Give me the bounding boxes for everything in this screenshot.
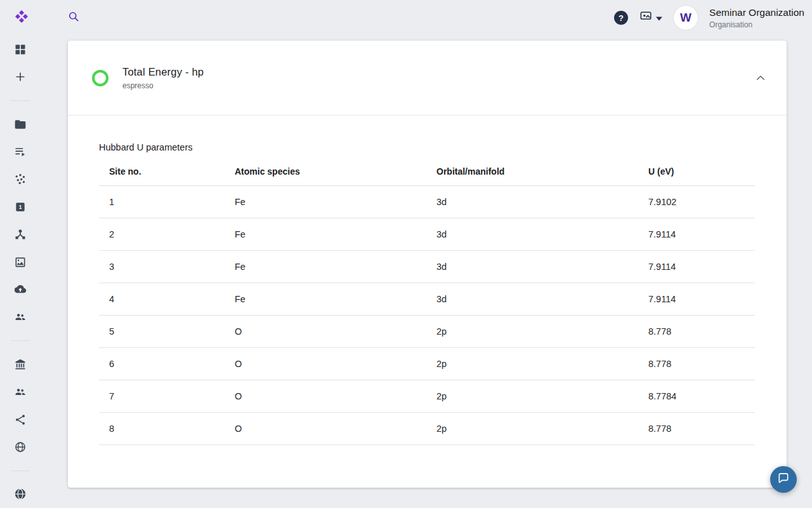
- status-ring-icon: [92, 70, 108, 86]
- table-cell: 6: [99, 348, 225, 380]
- table-cell: 7.9114: [638, 218, 755, 251]
- table-cell: O: [225, 316, 426, 348]
- table-cell: 3d: [426, 251, 638, 283]
- section-title: Hubbard U parameters: [99, 142, 755, 152]
- org-switcher[interactable]: Seminar Organization Organisation: [709, 7, 804, 29]
- table-cell: O: [225, 380, 426, 413]
- search-icon: [67, 10, 80, 25]
- sidebar-item-box-one[interactable]: 1: [6, 193, 34, 220]
- sidebar-item-hierarchy[interactable]: [6, 220, 34, 248]
- workflow-list-icon: [14, 145, 27, 158]
- sidebar-item-structures[interactable]: [6, 166, 34, 193]
- table-cell: 3: [99, 251, 225, 283]
- table-cell: O: [225, 348, 426, 380]
- chat-bubble-icon: [777, 472, 790, 487]
- table-cell: 2: [99, 218, 225, 251]
- table-cell: 2p: [426, 316, 638, 348]
- table-row: 7O2p8.7784: [99, 380, 755, 413]
- table-header: Site no. Atomic species Orbital/manifold…: [99, 161, 755, 186]
- sidebar-item-bottom[interactable]: [6, 481, 34, 508]
- table-cell: O: [225, 413, 426, 445]
- card-header[interactable]: Total Energy - hp espresso: [68, 41, 787, 116]
- column-header-orbital: Orbital/manifold: [426, 161, 638, 186]
- app-logo[interactable]: [14, 10, 29, 25]
- scatter-icon: [14, 173, 27, 185]
- table-cell: 8.778: [638, 413, 755, 445]
- avatar-letter: W: [680, 11, 691, 25]
- sidebar-item-workflows[interactable]: [6, 138, 34, 165]
- sidebar-item-members[interactable]: [6, 378, 34, 405]
- table-cell: Fe: [225, 283, 426, 316]
- card-body: Hubbard U parameters Site no. Atomic spe…: [68, 142, 787, 445]
- share-icon: [14, 413, 27, 426]
- table-cell: 2p: [426, 348, 638, 380]
- column-header-species: Atomic species: [225, 161, 426, 186]
- table-cell: 8.7784: [638, 380, 755, 413]
- table-row: 6O2p8.778: [99, 348, 755, 380]
- sidebar-divider: [11, 100, 30, 101]
- hierarchy-icon: [14, 228, 27, 241]
- group-icon: [13, 311, 27, 323]
- sidebar-item-share[interactable]: [6, 406, 34, 433]
- collapse-button[interactable]: [752, 70, 769, 86]
- help-icon: ?: [619, 13, 624, 23]
- table-cell: 7.9114: [638, 283, 755, 316]
- card-title: Total Energy - hp: [122, 66, 204, 78]
- search-button[interactable]: [65, 9, 82, 27]
- table-row: 8O2p8.778: [99, 413, 755, 445]
- logo-icon: [14, 9, 29, 27]
- column-header-u: U (eV): [638, 161, 755, 186]
- table-cell: 8.778: [638, 316, 755, 348]
- card-subtitle: espresso: [122, 81, 204, 90]
- table-cell: 8.778: [638, 348, 755, 380]
- table-header-row: Site no. Atomic species Orbital/manifold…: [99, 161, 755, 186]
- table-row: 4Fe3d7.9114: [99, 283, 755, 316]
- cloud-upload-icon: [13, 283, 27, 296]
- card-title-block: Total Energy - hp espresso: [122, 66, 204, 90]
- sidebar-divider: [11, 340, 30, 341]
- table-cell: 3d: [426, 218, 638, 251]
- dashboard-icon: [14, 43, 27, 56]
- table-cell: 3d: [426, 186, 638, 218]
- box-one-icon: 1: [14, 201, 27, 213]
- chevron-down-icon: [656, 12, 662, 23]
- avatar[interactable]: W: [674, 6, 698, 30]
- table-row: 1Fe3d7.9102: [99, 186, 755, 218]
- sidebar-item-files[interactable]: [6, 110, 34, 138]
- sidebar-item-team[interactable]: [6, 304, 34, 331]
- sidebar-item-cloud[interactable]: [6, 276, 34, 303]
- chevron-up-icon: [756, 72, 766, 84]
- sidebar-item-organization[interactable]: [6, 351, 34, 378]
- table-cell: Fe: [225, 186, 426, 218]
- table-cell: 8: [99, 413, 225, 445]
- topbar-right: ? W Seminar Organization Organisation: [614, 6, 812, 30]
- table-cell: 4: [99, 283, 225, 316]
- table-row: 3Fe3d7.9114: [99, 251, 755, 283]
- org-name: Seminar Organization: [709, 7, 804, 18]
- sidebar-item-media[interactable]: [6, 248, 34, 276]
- table-cell: 7.9114: [638, 251, 755, 283]
- hubbard-table: Site no. Atomic species Orbital/manifold…: [99, 161, 755, 445]
- image-icon: [14, 256, 27, 269]
- globe-icon: [13, 487, 27, 501]
- chat-launcher-button[interactable]: [770, 466, 797, 493]
- folder-icon: [14, 118, 27, 131]
- sidebar-item-add[interactable]: [6, 63, 34, 90]
- sidebar-divider: [11, 471, 30, 471]
- sidebar-item-dashboard[interactable]: [6, 36, 34, 63]
- workspace-menu-button[interactable]: [639, 10, 662, 25]
- sidebar: 1: [0, 36, 41, 508]
- table-row: 2Fe3d7.9114: [99, 218, 755, 251]
- table-cell: 2p: [426, 413, 638, 445]
- table-row: 5O2p8.778: [99, 316, 755, 348]
- table-cell: 5: [99, 316, 225, 348]
- institution-icon: [14, 358, 27, 371]
- table-cell: Fe: [225, 251, 426, 283]
- table-body: 1Fe3d7.91022Fe3d7.91143Fe3d7.91144Fe3d7.…: [99, 186, 755, 445]
- table-cell: 7.9102: [638, 186, 755, 218]
- group-icon: [13, 385, 27, 398]
- sidebar-item-public[interactable]: [6, 433, 34, 460]
- box-one-glyph: 1: [19, 204, 22, 210]
- help-button[interactable]: ?: [614, 11, 628, 25]
- topbar: ? W Seminar Organization Organisation: [0, 0, 812, 36]
